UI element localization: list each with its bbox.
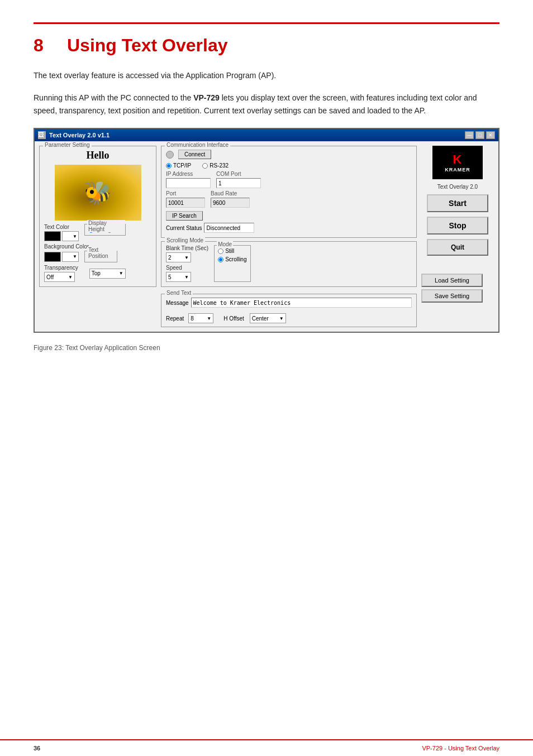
bg-color-dropdown[interactable]: ▼	[62, 252, 79, 262]
message-label: Message	[166, 300, 189, 306]
stop-button[interactable]: Stop	[427, 217, 488, 235]
ipsearch-row: IP Search	[166, 211, 412, 221]
section-number: 8	[34, 35, 56, 56]
still-label: Still	[225, 248, 234, 254]
scrolling-inner: Blank Time (Sec) 2 ▼ Speed	[166, 245, 412, 282]
rs232-option: RS-232	[202, 162, 229, 169]
window-controls: — □ ✕	[465, 131, 495, 139]
text-color-dropdown[interactable]: ▼	[62, 231, 79, 241]
app-content: Parameter Setting Hello 🐝 Text Color ▼	[35, 141, 498, 332]
load-setting-button[interactable]: Load Setting	[421, 274, 483, 287]
scrolling-option: Scrolling	[218, 256, 246, 262]
repeat-dropdown[interactable]: 8 ▼	[188, 313, 213, 323]
com-port-col: COM Port	[216, 171, 261, 188]
blank-time-label: Blank Time (Sec)	[166, 245, 208, 251]
tcpip-radio[interactable]	[166, 163, 172, 169]
restore-button[interactable]: □	[475, 131, 484, 139]
bg-color-swatch[interactable]	[44, 252, 61, 262]
hoffset-label: H Offset	[223, 315, 244, 322]
right-panel: K KRAMER Text Overlay 2.0 Start Stop Qui…	[421, 146, 494, 327]
transparency-value: Off	[46, 274, 54, 280]
scrolling-label: Scrolling	[225, 256, 246, 262]
send-text-label: Send Text	[165, 290, 193, 296]
blank-time-value: 2	[168, 255, 172, 261]
communication-interface-group: Communication Interface Connect TCP/IP R…	[161, 146, 417, 238]
blank-time-col: Blank Time (Sec) 2 ▼	[166, 245, 208, 262]
port-col: Port	[166, 190, 205, 208]
transparency-col: Transparency Off ▼	[44, 265, 78, 282]
com-port-input[interactable]	[216, 178, 261, 188]
send-text-inner: Message Repeat 8 ▼ H Offset Center ▼	[166, 298, 412, 323]
message-input[interactable]	[191, 298, 412, 308]
mode-box-label: Mode	[217, 241, 233, 247]
scrolling-left: Blank Time (Sec) 2 ▼ Speed	[166, 245, 208, 282]
comm-interface-label: Communication Interface	[165, 142, 230, 148]
paragraph-1: The text overlay feature is accessed via…	[34, 69, 499, 82]
speed-dropdown[interactable]: 5 ▼	[166, 272, 191, 282]
repeat-hoffset-row: Repeat 8 ▼ H Offset Center ▼	[166, 313, 412, 323]
speed-label: Speed	[166, 265, 208, 271]
text-position-box: Text Position V Position	[84, 251, 117, 262]
ip-address-col: IP Address	[166, 171, 211, 188]
save-setting-button[interactable]: Save Setting	[421, 289, 483, 303]
kramer-k-letter: K	[453, 152, 463, 167]
close-button[interactable]: ✕	[486, 131, 495, 139]
text-color-arrow: ▼	[73, 234, 77, 239]
com-port-label: COM Port	[216, 171, 261, 177]
ip-address-label: IP Address	[166, 171, 211, 177]
middle-panel: Communication Interface Connect TCP/IP R…	[161, 146, 417, 327]
hoffset-value: Center	[252, 315, 269, 322]
connect-row: Connect	[166, 150, 412, 159]
app-window: 🖼 Text Overlay 2.0 v1.1 — □ ✕ Parameter …	[34, 128, 499, 333]
titlebar-left: 🖼 Text Overlay 2.0 v1.1	[38, 131, 110, 139]
bee-image: 🐝	[55, 165, 141, 221]
scrolling-radio[interactable]	[218, 257, 223, 262]
bee-image-inner: 🐝	[55, 165, 141, 221]
ip-address-input[interactable]	[166, 178, 211, 188]
ip-search-button[interactable]: IP Search	[166, 211, 203, 221]
speed-value: 5	[168, 274, 172, 280]
port-input[interactable]	[166, 198, 205, 208]
start-button[interactable]: Start	[427, 194, 488, 212]
quit-button[interactable]: Quit	[427, 239, 488, 256]
current-status-input	[204, 223, 254, 233]
repeat-value: 8	[191, 315, 194, 322]
text-color-swatch[interactable]	[44, 231, 61, 241]
connect-indicator	[166, 151, 174, 159]
kramer-brand-text: KRAMER	[445, 167, 470, 173]
transparency-label: Transparency	[44, 265, 78, 271]
transparency-row: Transparency Off ▼ Top ▼	[44, 265, 151, 282]
send-text-group: Send Text Message Repeat 8 ▼ H Offset	[161, 294, 417, 327]
transparency-dropdown[interactable]: Off ▼	[44, 272, 75, 282]
section-header: 8 Using Text Overlay	[34, 35, 499, 56]
still-radio[interactable]	[218, 248, 223, 254]
parameter-setting-label: Parameter Setting	[43, 142, 92, 148]
kramer-logo-inner: K KRAMER	[445, 152, 470, 173]
app-title: Text Overlay 2.0 v1.1	[49, 132, 110, 138]
color-displayheight-row: Text Color ▼ Display Height 72	[44, 224, 151, 241]
blank-time-dropdown[interactable]: 2 ▼	[166, 252, 191, 262]
text-color-col: Text Color ▼	[44, 224, 79, 241]
page-number: 36	[34, 745, 40, 752]
page-footer: 36 VP-729 - Using Text Overlay	[0, 739, 533, 756]
connect-button[interactable]: Connect	[178, 150, 211, 159]
section-top-border	[34, 22, 499, 24]
kramer-logo: K KRAMER	[432, 146, 483, 179]
speed-col: Speed 5 ▼	[166, 265, 208, 282]
minimize-button[interactable]: —	[465, 131, 474, 139]
still-option: Still	[218, 248, 246, 254]
baud-col: Baud Rate	[211, 190, 250, 208]
vposition-dropdown[interactable]: Top ▼	[89, 269, 126, 279]
app-titlebar: 🖼 Text Overlay 2.0 v1.1 — □ ✕	[35, 129, 498, 141]
message-row: Message	[166, 298, 412, 308]
port-label: Port	[166, 190, 205, 197]
baud-rate-label: Baud Rate	[211, 190, 250, 197]
display-height-box: Display Height 72 36	[84, 224, 126, 236]
baud-rate-input[interactable]	[211, 198, 250, 208]
port-baud-row: Port Baud Rate	[166, 190, 412, 208]
hoffset-dropdown[interactable]: Center ▼	[250, 313, 286, 323]
current-status-label: Current Status	[166, 225, 202, 231]
mode-box: Mode Still Scrolling	[214, 245, 250, 282]
tcpip-option: TCP/IP	[166, 162, 191, 169]
rs232-radio[interactable]	[202, 163, 208, 169]
